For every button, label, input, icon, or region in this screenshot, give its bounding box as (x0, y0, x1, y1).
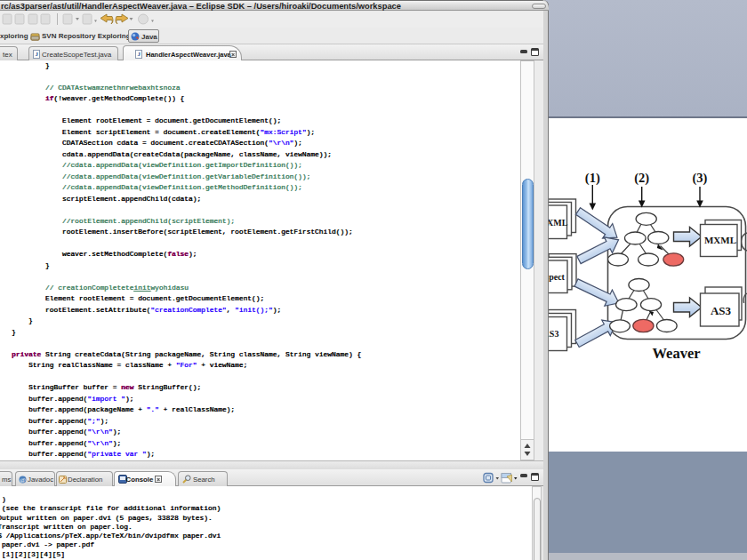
svg-text:Weaver: Weaver (652, 345, 700, 362)
svg-text:(2): (2) (634, 171, 649, 186)
svg-text:(3): (3) (693, 171, 708, 186)
svg-text:MXML: MXML (704, 235, 736, 245)
svg-text:AS3: AS3 (711, 304, 732, 317)
svg-text:@: @ (20, 476, 26, 484)
svg-text:(1): (1) (585, 171, 600, 186)
